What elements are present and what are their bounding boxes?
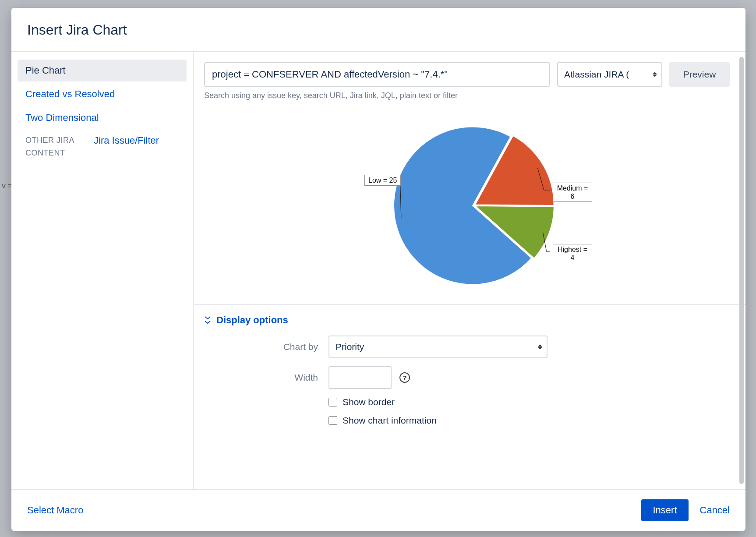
search-row: Atlassian JIRA ( Preview [194,52,745,87]
jql-search-input[interactable] [204,62,550,87]
dialog-body: Pie Chart Created vs Resolved Two Dimens… [11,51,745,490]
cancel-button[interactable]: Cancel [700,505,730,516]
sidebar-item-two-dimensional[interactable]: Two Dimensional [18,107,187,129]
display-options-label: Display options [216,314,288,326]
show-border-row: Show border [329,397,548,407]
width-label: Width [204,372,318,383]
body-scrollbar[interactable] [739,57,744,484]
slice-label-highest: Highest = 4 [553,244,592,263]
main-panel: Atlassian JIRA ( Preview Search using an… [194,52,745,489]
show-chart-info-checkbox[interactable] [329,416,337,425]
chart-type-sidebar: Pie Chart Created vs Resolved Two Dimens… [11,52,194,489]
width-row: ? [329,366,548,389]
display-options-toggle[interactable]: Display options [204,314,730,326]
sidebar-item-pie-chart[interactable]: Pie Chart [18,60,187,81]
width-input[interactable] [329,366,392,389]
show-border-label: Show border [343,397,395,407]
preview-button[interactable]: Preview [669,62,730,87]
sidebar-item-created-vs-resolved[interactable]: Created vs Resolved [18,83,187,105]
display-options-form: Chart by Priority Width ? [204,336,730,426]
display-options-section: Display options Chart by Priority Width … [194,304,745,440]
sidebar-link-jira-issue-filter[interactable]: Jira Issue/Filter [94,134,159,159]
dialog-title: Insert Jira Chart [27,22,730,38]
slice-label-low: Low = 25 [364,175,401,186]
dialog-footer: Select Macro Insert Cancel [11,490,745,531]
pie-chart: Low = 25 Medium = 6 Highest = 4 [307,118,632,297]
jira-server-select[interactable]: Atlassian JIRA ( [557,62,662,87]
show-chart-info-label: Show chart information [343,415,437,426]
search-helper-text: Search using any issue key, search URL, … [194,87,745,100]
select-stepper-icon [538,345,542,350]
double-chevron-down-icon [204,316,211,325]
show-border-checkbox[interactable] [329,398,337,406]
chart-preview-area: Low = 25 Medium = 6 Highest = 4 [194,100,745,304]
server-select-value: Atlassian JIRA ( [564,69,629,80]
chart-by-select[interactable]: Priority [329,336,548,358]
dialog-header: Insert Jira Chart [11,8,745,51]
insert-button[interactable]: Insert [641,499,688,521]
sidebar-other-section: OTHER JIRA CONTENT Jira Issue/Filter [18,131,187,159]
sidebar-other-label: OTHER JIRA CONTENT [25,134,83,159]
slice-label-medium: Medium = 6 [553,183,592,202]
chart-by-label: Chart by [204,342,318,352]
show-chart-info-row: Show chart information [329,415,548,426]
chart-by-value: Priority [336,342,364,352]
select-stepper-icon [653,72,657,77]
select-macro-link[interactable]: Select Macro [27,505,83,516]
insert-jira-chart-dialog: Insert Jira Chart Pie Chart Created vs R… [11,8,745,531]
help-icon[interactable]: ? [399,372,410,383]
